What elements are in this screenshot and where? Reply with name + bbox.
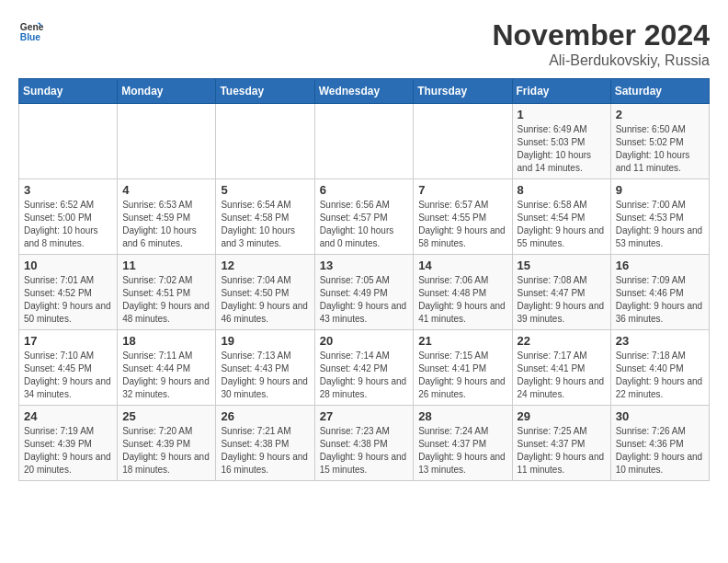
day-cell: 21Sunrise: 7:15 AM Sunset: 4:41 PM Dayli…: [414, 330, 512, 406]
day-info: Sunrise: 7:17 AM Sunset: 4:41 PM Dayligh…: [518, 350, 606, 401]
day-cell: 25Sunrise: 7:20 AM Sunset: 4:39 PM Dayli…: [118, 406, 216, 481]
day-number: 11: [122, 259, 210, 272]
day-number: 30: [616, 409, 704, 423]
day-number: 4: [122, 183, 210, 197]
day-info: Sunrise: 6:50 AM Sunset: 5:02 PM Dayligh…: [616, 123, 704, 175]
day-number: 6: [320, 183, 409, 197]
day-info: Sunrise: 7:10 AM Sunset: 4:45 PM Dayligh…: [24, 350, 112, 401]
day-cell: 29Sunrise: 7:25 AM Sunset: 4:37 PM Dayli…: [512, 406, 610, 481]
header-row: SundayMondayTuesdayWednesdayThursdayFrid…: [19, 79, 710, 104]
day-cell: 20Sunrise: 7:14 AM Sunset: 4:42 PM Dayli…: [314, 330, 414, 406]
location-title: Ali-Berdukovskiy, Russia: [492, 52, 710, 69]
day-cell: 13Sunrise: 7:05 AM Sunset: 4:49 PM Dayli…: [314, 255, 414, 330]
day-info: Sunrise: 6:54 AM Sunset: 4:58 PM Dayligh…: [221, 199, 309, 250]
day-cell: 23Sunrise: 7:18 AM Sunset: 4:40 PM Dayli…: [610, 330, 709, 406]
day-number: 3: [24, 183, 112, 197]
day-info: Sunrise: 7:18 AM Sunset: 4:40 PM Dayligh…: [616, 350, 704, 401]
logo-icon: General Blue: [18, 18, 44, 44]
day-info: Sunrise: 7:26 AM Sunset: 4:36 PM Dayligh…: [616, 425, 704, 477]
day-info: Sunrise: 7:25 AM Sunset: 4:37 PM Dayligh…: [518, 425, 606, 477]
day-info: Sunrise: 7:14 AM Sunset: 4:42 PM Dayligh…: [320, 350, 409, 401]
day-info: Sunrise: 6:56 AM Sunset: 4:57 PM Dayligh…: [320, 199, 409, 250]
week-row-2: 10Sunrise: 7:01 AM Sunset: 4:52 PM Dayli…: [19, 255, 710, 330]
svg-text:General: General: [20, 22, 44, 32]
day-number: 28: [418, 409, 506, 423]
header-cell-thursday: Thursday: [414, 79, 512, 104]
header-cell-friday: Friday: [512, 79, 610, 104]
day-info: Sunrise: 7:08 AM Sunset: 4:47 PM Dayligh…: [518, 274, 606, 326]
day-info: Sunrise: 7:15 AM Sunset: 4:41 PM Dayligh…: [418, 350, 506, 401]
day-number: 17: [24, 334, 112, 348]
header-cell-saturday: Saturday: [610, 79, 709, 104]
day-cell: 4Sunrise: 6:53 AM Sunset: 4:59 PM Daylig…: [118, 179, 216, 255]
day-number: 24: [24, 409, 112, 423]
day-number: 25: [122, 409, 210, 423]
day-cell: 11Sunrise: 7:02 AM Sunset: 4:51 PM Dayli…: [118, 255, 216, 330]
day-cell: [19, 104, 118, 179]
day-number: 20: [320, 334, 409, 348]
day-number: 19: [221, 334, 309, 348]
day-cell: 3Sunrise: 6:52 AM Sunset: 5:00 PM Daylig…: [19, 179, 118, 255]
day-cell: 6Sunrise: 6:56 AM Sunset: 4:57 PM Daylig…: [314, 179, 414, 255]
day-number: 18: [122, 334, 210, 348]
day-cell: 24Sunrise: 7:19 AM Sunset: 4:39 PM Dayli…: [19, 406, 118, 481]
svg-text:Blue: Blue: [20, 32, 41, 42]
day-number: 10: [24, 259, 112, 272]
header-cell-tuesday: Tuesday: [216, 79, 314, 104]
day-info: Sunrise: 7:11 AM Sunset: 4:44 PM Dayligh…: [122, 350, 210, 401]
day-info: Sunrise: 6:53 AM Sunset: 4:59 PM Dayligh…: [122, 199, 210, 250]
day-info: Sunrise: 7:05 AM Sunset: 4:49 PM Dayligh…: [320, 274, 409, 326]
day-number: 14: [418, 259, 506, 272]
day-number: 23: [616, 334, 704, 348]
day-info: Sunrise: 7:21 AM Sunset: 4:38 PM Dayligh…: [221, 425, 309, 477]
day-info: Sunrise: 6:52 AM Sunset: 5:00 PM Dayligh…: [24, 199, 112, 250]
day-cell: 15Sunrise: 7:08 AM Sunset: 4:47 PM Dayli…: [512, 255, 610, 330]
day-cell: [414, 104, 512, 179]
day-info: Sunrise: 7:01 AM Sunset: 4:52 PM Dayligh…: [24, 274, 112, 326]
day-number: 26: [221, 409, 309, 423]
logo: General Blue: [18, 18, 44, 44]
header-cell-sunday: Sunday: [19, 79, 118, 104]
month-title: November 2024: [492, 18, 710, 52]
day-cell: 27Sunrise: 7:23 AM Sunset: 4:38 PM Dayli…: [314, 406, 414, 481]
day-cell: 10Sunrise: 7:01 AM Sunset: 4:52 PM Dayli…: [19, 255, 118, 330]
header-cell-wednesday: Wednesday: [314, 79, 414, 104]
day-number: 1: [518, 108, 606, 121]
week-row-0: 1Sunrise: 6:49 AM Sunset: 5:03 PM Daylig…: [19, 104, 710, 179]
day-info: Sunrise: 7:23 AM Sunset: 4:38 PM Dayligh…: [320, 425, 409, 477]
day-number: 27: [320, 409, 409, 423]
day-cell: 14Sunrise: 7:06 AM Sunset: 4:48 PM Dayli…: [414, 255, 512, 330]
day-cell: 12Sunrise: 7:04 AM Sunset: 4:50 PM Dayli…: [216, 255, 314, 330]
day-cell: 18Sunrise: 7:11 AM Sunset: 4:44 PM Dayli…: [118, 330, 216, 406]
day-cell: 30Sunrise: 7:26 AM Sunset: 4:36 PM Dayli…: [610, 406, 709, 481]
day-cell: 7Sunrise: 6:57 AM Sunset: 4:55 PM Daylig…: [414, 179, 512, 255]
day-info: Sunrise: 7:24 AM Sunset: 4:37 PM Dayligh…: [418, 425, 506, 477]
day-cell: [314, 104, 414, 179]
day-info: Sunrise: 7:06 AM Sunset: 4:48 PM Dayligh…: [418, 274, 506, 326]
day-cell: 26Sunrise: 7:21 AM Sunset: 4:38 PM Dayli…: [216, 406, 314, 481]
day-info: Sunrise: 7:19 AM Sunset: 4:39 PM Dayligh…: [24, 425, 112, 477]
calendar-table: SundayMondayTuesdayWednesdayThursdayFrid…: [18, 78, 710, 481]
day-cell: 9Sunrise: 7:00 AM Sunset: 4:53 PM Daylig…: [610, 179, 709, 255]
day-cell: [216, 104, 314, 179]
day-number: 12: [221, 259, 309, 272]
day-number: 5: [221, 183, 309, 197]
day-cell: 17Sunrise: 7:10 AM Sunset: 4:45 PM Dayli…: [19, 330, 118, 406]
day-number: 29: [518, 409, 606, 423]
page-header: General Blue November 2024 Ali-Berdukovs…: [18, 18, 710, 69]
day-info: Sunrise: 6:49 AM Sunset: 5:03 PM Dayligh…: [518, 123, 606, 175]
week-row-4: 24Sunrise: 7:19 AM Sunset: 4:39 PM Dayli…: [19, 406, 710, 481]
day-cell: 2Sunrise: 6:50 AM Sunset: 5:02 PM Daylig…: [610, 104, 709, 179]
header-cell-monday: Monday: [118, 79, 216, 104]
day-number: 15: [518, 259, 606, 272]
day-info: Sunrise: 7:02 AM Sunset: 4:51 PM Dayligh…: [122, 274, 210, 326]
day-cell: 28Sunrise: 7:24 AM Sunset: 4:37 PM Dayli…: [414, 406, 512, 481]
day-cell: 16Sunrise: 7:09 AM Sunset: 4:46 PM Dayli…: [610, 255, 709, 330]
day-cell: 1Sunrise: 6:49 AM Sunset: 5:03 PM Daylig…: [512, 104, 610, 179]
day-info: Sunrise: 6:58 AM Sunset: 4:54 PM Dayligh…: [518, 199, 606, 250]
day-cell: [118, 104, 216, 179]
week-row-3: 17Sunrise: 7:10 AM Sunset: 4:45 PM Dayli…: [19, 330, 710, 406]
day-cell: 8Sunrise: 6:58 AM Sunset: 4:54 PM Daylig…: [512, 179, 610, 255]
day-info: Sunrise: 7:20 AM Sunset: 4:39 PM Dayligh…: [122, 425, 210, 477]
day-info: Sunrise: 6:57 AM Sunset: 4:55 PM Dayligh…: [418, 199, 506, 250]
